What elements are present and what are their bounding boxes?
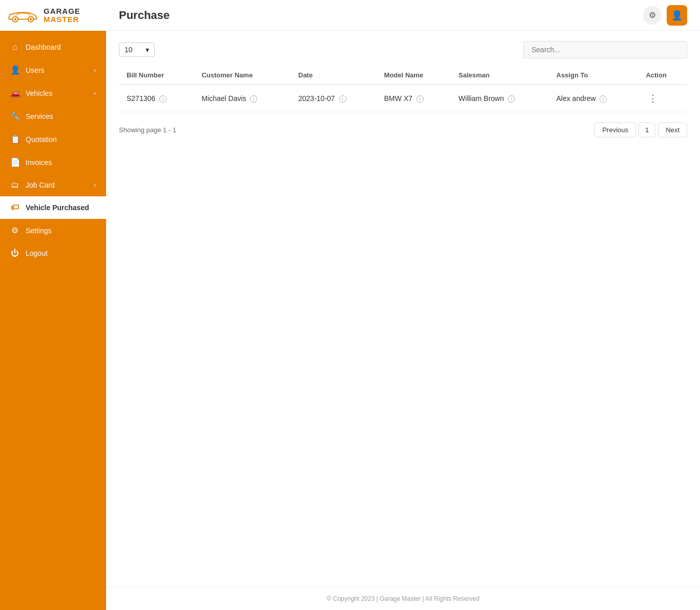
services-icon: 🔧 (10, 111, 19, 121)
logo-garage: GARAGE (44, 7, 80, 16)
page-title: Purchase (119, 9, 170, 22)
col-model-name: Model Name (377, 66, 451, 85)
sidebar-item-label: Quotation (26, 135, 96, 144)
pagination-area: Showing page 1 - 1 Previous 1 Next (119, 123, 687, 137)
sidebar-item-settings[interactable]: ⚙ Settings (0, 219, 106, 242)
table-row: S271306 i Michael Davis i 2023-10-07 i B… (119, 85, 687, 112)
sidebar-item-logout[interactable]: ⏻ Logout (0, 242, 106, 265)
info-icon[interactable]: i (508, 95, 515, 103)
sidebar-item-label: Users (26, 66, 88, 74)
search-input[interactable] (523, 41, 687, 58)
sidebar-item-label: Job Card (26, 181, 88, 189)
cell-salesman: William Brown i (451, 85, 549, 112)
gear-icon: ⚙ (649, 10, 656, 20)
col-assign-to: Assign To (549, 66, 639, 85)
svg-point-2 (14, 18, 17, 21)
sidebar-item-services[interactable]: 🔧 Services (0, 105, 106, 128)
sidebar-item-label: Vehicles (26, 89, 88, 97)
main-content: Purchase ⚙ 👤 10 ▾ Bill Number Customer N… (106, 0, 700, 610)
sidebar-item-quotation[interactable]: 📋 Quotation (0, 128, 106, 151)
sidebar-item-label: Dashboard (26, 43, 96, 51)
sidebar: GARAGE MASTER ⌂ Dashboard 👤 Users › 🚗 Ve… (0, 0, 106, 610)
user-icon: 👤 (671, 10, 683, 21)
sidebar-item-vehicles[interactable]: 🚗 Vehicles › (0, 82, 106, 105)
logo-car-icon (8, 8, 38, 23)
main-header: Purchase ⚙ 👤 (106, 0, 700, 31)
cell-date: 2023-10-07 i (291, 85, 377, 112)
chevron-right-icon: › (94, 90, 96, 97)
logo-area: GARAGE MASTER (0, 0, 106, 31)
info-icon[interactable]: i (417, 95, 424, 103)
chevron-down-icon: ▾ (146, 46, 149, 54)
chevron-right-icon: › (94, 181, 96, 189)
col-customer-name: Customer Name (194, 66, 291, 85)
invoices-icon: 📄 (10, 157, 19, 167)
settings-button[interactable]: ⚙ (643, 6, 662, 25)
footer: © Copyright 2023 | Garage Master | All R… (106, 587, 700, 610)
settings-icon: ⚙ (10, 226, 19, 235)
footer-text: © Copyright 2023 | Garage Master | All R… (327, 595, 480, 602)
cell-customer-name: Michael Davis i (194, 85, 291, 112)
dashboard-icon: ⌂ (10, 43, 19, 52)
vehicle-purchased-icon: 🏷 (10, 203, 19, 212)
col-date: Date (291, 66, 377, 85)
col-action: Action (638, 66, 687, 85)
cell-action: ⋮ (638, 85, 687, 112)
cell-assign-to: Alex andrew i (549, 85, 639, 112)
col-salesman: Salesman (451, 66, 549, 85)
info-icon[interactable]: i (600, 95, 607, 103)
logout-icon: ⏻ (10, 249, 19, 258)
sidebar-nav: ⌂ Dashboard 👤 Users › 🚗 Vehicles › 🔧 Ser… (0, 31, 106, 610)
page-size-value: 10 (125, 46, 133, 54)
sidebar-item-job-card[interactable]: 🗂 Job Card › (0, 174, 106, 196)
info-icon[interactable]: i (159, 95, 167, 103)
sidebar-item-vehicle-purchased[interactable]: 🏷 Vehicle Purchased (0, 196, 106, 219)
header-actions: ⚙ 👤 (643, 5, 687, 26)
sidebar-item-dashboard[interactable]: ⌂ Dashboard (0, 36, 106, 58)
previous-button[interactable]: Previous (594, 123, 636, 137)
showing-text: Showing page 1 - 1 (119, 126, 176, 134)
sidebar-item-label: Vehicle Purchased (26, 204, 89, 212)
quotation-icon: 📋 (10, 134, 19, 144)
sidebar-item-invoices[interactable]: 📄 Invoices (0, 151, 106, 174)
user-avatar-button[interactable]: 👤 (667, 5, 687, 26)
page-number[interactable]: 1 (639, 123, 655, 137)
vehicles-icon: 🚗 (10, 88, 19, 98)
job-card-icon: 🗂 (10, 180, 19, 190)
data-table: Bill Number Customer Name Date Model Nam… (119, 66, 687, 112)
pagination-controls: Previous 1 Next (594, 123, 687, 137)
cell-model-name: BMW X7 i (377, 85, 451, 112)
info-icon[interactable]: i (250, 95, 257, 103)
sidebar-item-users[interactable]: 👤 Users › (0, 58, 106, 82)
sidebar-item-label: Invoices (26, 158, 96, 167)
table-header-row: Bill Number Customer Name Date Model Nam… (119, 66, 687, 85)
cell-bill-number: S271306 i (119, 85, 194, 112)
info-icon[interactable]: i (339, 95, 346, 103)
logo-master: MASTER (44, 15, 80, 24)
action-menu-button[interactable]: ⋮ (646, 91, 660, 106)
chevron-right-icon: › (94, 67, 96, 74)
users-icon: 👤 (10, 65, 19, 75)
next-button[interactable]: Next (658, 123, 687, 137)
table-toolbar: 10 ▾ (119, 41, 687, 58)
table-area: 10 ▾ Bill Number Customer Name Date Mode… (106, 31, 700, 587)
sidebar-item-label: Logout (26, 249, 96, 257)
sidebar-item-label: Settings (26, 227, 96, 235)
sidebar-item-label: Services (26, 112, 96, 120)
col-bill-number: Bill Number (119, 66, 194, 85)
logo-text: GARAGE MASTER (44, 7, 80, 24)
page-size-select[interactable]: 10 ▾ (119, 43, 155, 57)
svg-point-3 (30, 18, 32, 21)
